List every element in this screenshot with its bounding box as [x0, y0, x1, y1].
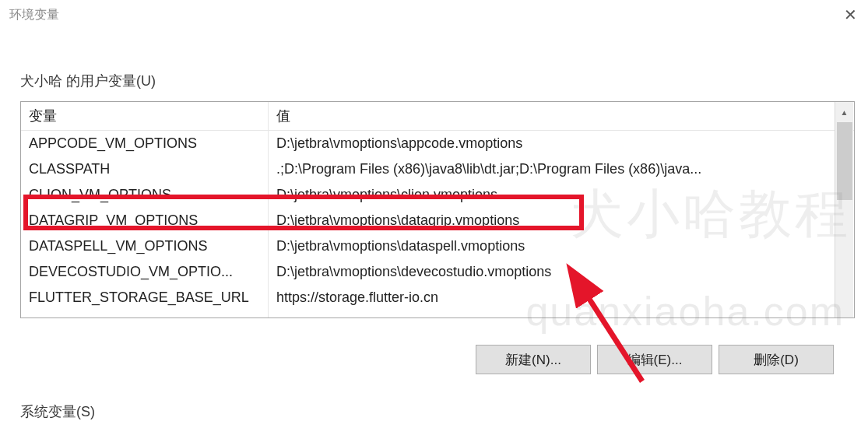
scroll-thumb[interactable] — [837, 122, 852, 200]
cell-value: D:\jetbra\vmoptions\gateway.vmoptions — [269, 310, 854, 317]
content-area: 犬小哈 的用户变量(U) 变量 值 APPCODE_VM_OPTIONS D:\… — [0, 30, 868, 421]
scroll-up-icon[interactable]: ▲ — [835, 102, 853, 122]
cell-value: .;D:\Program Files (x86)\java8\lib\dt.ja… — [269, 156, 854, 182]
close-icon[interactable]: ✕ — [844, 7, 857, 23]
table-body: APPCODE_VM_OPTIONS D:\jetbra\vmoptions\a… — [21, 131, 854, 317]
cell-variable: CLASSPATH — [21, 156, 269, 182]
titlebar: 环境变量 ✕ — [0, 0, 868, 30]
table-row[interactable]: CLASSPATH .;D:\Program Files (x86)\java8… — [21, 156, 854, 182]
cell-value: D:\jetbra\vmoptions\datagrip.vmoptions — [269, 208, 854, 233]
cell-variable: DATAGRIP_VM_OPTIONS — [21, 208, 269, 233]
user-vars-label: 犬小哈 的用户变量(U) — [20, 72, 854, 90]
table-row[interactable]: GATEWAY_VM_OPTIONS D:\jetbra\vmoptions\g… — [21, 310, 854, 317]
new-button[interactable]: 新建(N)... — [476, 345, 591, 374]
cell-variable: CLION_VM_OPTIONS — [21, 182, 269, 208]
table-row[interactable]: CLION_VM_OPTIONS D:\jetbra\vmoptions\cli… — [21, 182, 854, 208]
cell-variable: DEVECOSTUDIO_VM_OPTIO... — [21, 259, 269, 285]
cell-value: https://storage.flutter-io.cn — [269, 285, 854, 310]
edit-button[interactable]: 编辑(E)... — [597, 345, 712, 374]
cell-variable: DATASPELL_VM_OPTIONS — [21, 233, 269, 259]
delete-button[interactable]: 删除(D) — [719, 345, 834, 374]
cell-variable: APPCODE_VM_OPTIONS — [21, 131, 269, 156]
cell-value: D:\jetbra\vmoptions\appcode.vmoptions — [269, 131, 854, 156]
header-value[interactable]: 值 — [269, 102, 854, 130]
user-vars-table: 变量 值 APPCODE_VM_OPTIONS D:\jetbra\vmopti… — [20, 101, 855, 318]
cell-variable: GATEWAY_VM_OPTIONS — [21, 310, 269, 317]
table-row[interactable]: FLUTTER_STORAGE_BASE_URL https://storage… — [21, 285, 854, 310]
table-row[interactable]: DEVECOSTUDIO_VM_OPTIO... D:\jetbra\vmopt… — [21, 259, 854, 285]
table-row[interactable]: DATAGRIP_VM_OPTIONS D:\jetbra\vmoptions\… — [21, 208, 854, 233]
button-row: 新建(N)... 编辑(E)... 删除(D) — [14, 345, 834, 374]
table-row[interactable]: APPCODE_VM_OPTIONS D:\jetbra\vmoptions\a… — [21, 131, 854, 156]
cell-value: D:\jetbra\vmoptions\clion.vmoptions — [269, 182, 854, 208]
scrollbar[interactable]: ▲ — [835, 102, 853, 317]
system-vars-label: 系统变量(S) — [20, 402, 854, 421]
cell-value: D:\jetbra\vmoptions\dataspell.vmoptions — [269, 233, 854, 259]
cell-value: D:\jetbra\vmoptions\devecostudio.vmoptio… — [269, 259, 854, 285]
header-variable[interactable]: 变量 — [21, 102, 269, 130]
table-header: 变量 值 — [21, 102, 854, 131]
cell-variable: FLUTTER_STORAGE_BASE_URL — [21, 285, 269, 310]
window-title: 环境变量 — [9, 7, 59, 23]
table-row[interactable]: DATASPELL_VM_OPTIONS D:\jetbra\vmoptions… — [21, 233, 854, 259]
